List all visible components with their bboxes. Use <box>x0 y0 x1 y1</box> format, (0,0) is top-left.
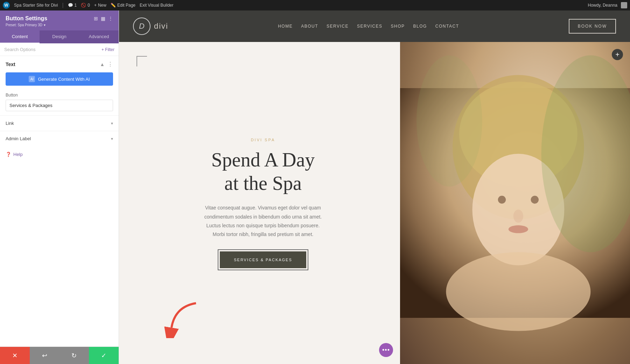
undo-button[interactable]: ↩ <box>30 347 59 364</box>
more-icon[interactable]: ⋮ <box>108 16 113 21</box>
filter-button[interactable]: + Filter <box>102 47 114 52</box>
site-nav: HOME ABOUT SERVICE SERVICES SHOP BLOG CO… <box>278 24 459 29</box>
columns-icon[interactable]: ▦ <box>101 16 105 21</box>
button-text-input[interactable] <box>6 100 113 111</box>
main-layout: Button Settings ⊞ ▦ ⋮ Preset: Spa Primar… <box>0 10 630 364</box>
text-section-header: Text ▲ ⋮ <box>0 56 119 71</box>
svg-point-7 <box>509 225 528 233</box>
help-icon: ❓ <box>6 152 11 157</box>
nav-contact[interactable]: CONTACT <box>435 24 459 29</box>
cancel-button[interactable]: ✕ <box>0 347 30 364</box>
admin-bar: W Spa Starter Site for Divi | 💬 1 🚫 0 + … <box>0 0 630 10</box>
hero-right: + <box>400 42 630 364</box>
admin-bar-right: Howdy, Deanna <box>588 2 628 8</box>
text-section-chevron[interactable]: ▲ <box>100 62 105 67</box>
book-now-button[interactable]: BOOK NOW <box>569 19 616 34</box>
text-section-dots[interactable]: ⋮ <box>107 61 113 67</box>
floating-menu-button[interactable]: ••• <box>379 343 393 357</box>
tab-design[interactable]: Design <box>40 30 79 43</box>
site-name[interactable]: Spa Starter Site for Divi <box>14 3 58 8</box>
hero-cta-button[interactable]: SERVICES & PACKAGES <box>220 251 306 268</box>
search-input[interactable] <box>4 47 99 52</box>
admin-label-section-row[interactable]: Admin Label ▾ <box>0 131 119 146</box>
sidebar-title: Button Settings <box>6 15 47 22</box>
new-button[interactable]: + New <box>94 3 106 8</box>
sidebar-bottom: ✕ ↩ ↻ ✓ <box>0 347 119 364</box>
nav-shop[interactable]: SHOP <box>391 24 405 29</box>
admin-label-label: Admin Label <box>6 136 31 141</box>
avatar <box>621 2 627 8</box>
corner-decoration <box>136 56 147 66</box>
hero-body-text: Vitae consequat augue. Vivamus eget dolo… <box>204 204 323 239</box>
nav-blog[interactable]: BLOG <box>413 24 427 29</box>
exit-builder-button[interactable]: Exit Visual Builder <box>140 3 174 8</box>
search-bar: + Filter <box>0 43 119 56</box>
sidebar-header: Button Settings ⊞ ▦ ⋮ Preset: Spa Primar… <box>0 10 119 30</box>
sidebar: Button Settings ⊞ ▦ ⋮ Preset: Spa Primar… <box>0 10 119 364</box>
save-button[interactable]: ✓ <box>89 347 119 364</box>
nav-home[interactable]: HOME <box>278 24 293 29</box>
wordpress-icon[interactable]: W <box>3 2 10 9</box>
add-section-button[interactable]: + <box>612 49 623 60</box>
button-field-group: Button <box>0 90 119 115</box>
ai-icon: AI <box>29 76 35 82</box>
nav-services[interactable]: SERVICES <box>357 24 382 29</box>
hero-portrait-svg <box>400 42 630 364</box>
site-logo: D divi <box>133 17 168 35</box>
help-row[interactable]: ❓ Help <box>0 146 119 163</box>
svg-point-5 <box>531 196 539 204</box>
hero-section: DIVI SPA Spend A Day at the Spa Vitae co… <box>119 42 630 364</box>
comments-count[interactable]: 💬 1 <box>68 3 77 8</box>
edit-page-button[interactable]: ✏️ Edit Page <box>111 3 135 8</box>
hero-text: DIVI SPA Spend A Day at the Spa Vitae co… <box>204 138 323 268</box>
link-chevron: ▾ <box>111 121 113 126</box>
logo-text: divi <box>154 22 168 31</box>
preset-label[interactable]: Preset: Spa Primary 3D ▾ <box>6 23 113 27</box>
tab-advanced[interactable]: Advanced <box>79 30 119 43</box>
hero-left: DIVI SPA Spend A Day at the Spa Vitae co… <box>119 42 400 364</box>
generate-ai-button[interactable]: AI Generate Content With AI <box>6 72 113 86</box>
svg-point-6 <box>513 209 523 223</box>
spam-count[interactable]: 🚫 0 <box>81 3 90 8</box>
svg-point-4 <box>498 196 506 204</box>
text-section-title: Text <box>6 62 15 67</box>
hero-title: Spend A Day at the Spa <box>204 148 323 195</box>
sidebar-content: Text ▲ ⋮ AI Generate Content With AI But… <box>0 56 119 347</box>
nav-about[interactable]: ABOUT <box>301 24 318 29</box>
hero-image <box>400 42 630 364</box>
nav-service[interactable]: SERVICE <box>327 24 349 29</box>
sidebar-tabs: Content Design Advanced <box>0 30 119 43</box>
responsive-icon[interactable]: ⊞ <box>94 16 98 21</box>
logo-circle: D <box>133 17 150 35</box>
svg-point-8 <box>446 252 590 331</box>
redo-button[interactable]: ↻ <box>59 347 89 364</box>
button-field-label: Button <box>6 93 113 98</box>
main-content: D divi HOME ABOUT SERVICE SERVICES SHOP … <box>119 10 630 364</box>
svg-point-10 <box>416 55 482 186</box>
hero-subtitle: DIVI SPA <box>204 138 323 142</box>
site-header: D divi HOME ABOUT SERVICE SERVICES SHOP … <box>119 10 630 42</box>
link-label: Link <box>6 121 14 126</box>
tab-content[interactable]: Content <box>0 30 40 43</box>
admin-label-chevron: ▾ <box>111 136 113 141</box>
link-section-row[interactable]: Link ▾ <box>0 115 119 131</box>
